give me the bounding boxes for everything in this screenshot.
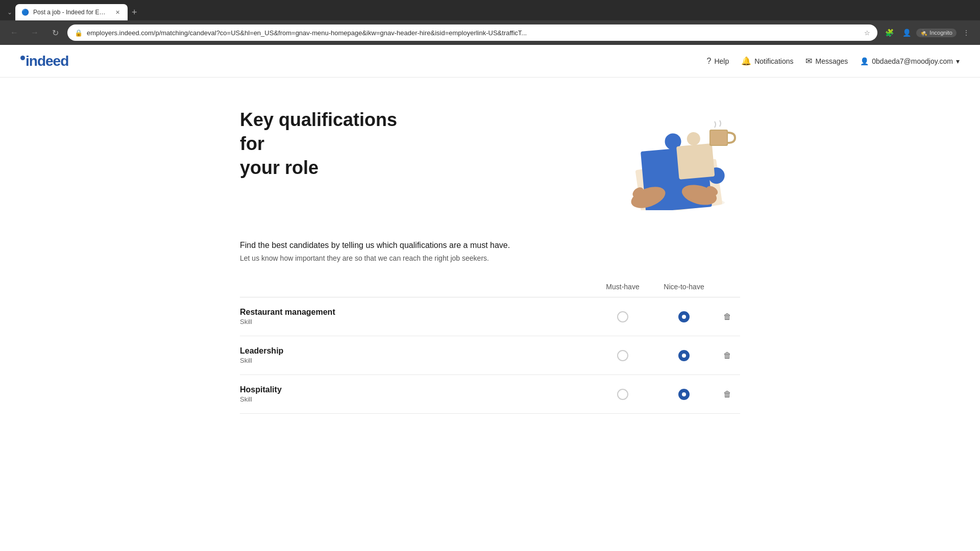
incognito-icon: 🕵️ <box>920 30 927 36</box>
forward-button[interactable]: → <box>27 24 43 41</box>
svg-rect-7 <box>676 143 715 180</box>
notifications-label: Notifications <box>754 57 793 65</box>
sub-description: Let us know how important they are so th… <box>240 254 740 262</box>
hero-text: Key qualifications for your role <box>240 108 413 180</box>
mail-icon: ✉ <box>805 56 812 66</box>
profile-icon[interactable]: 👤 <box>899 25 914 40</box>
lock-icon: 🔒 <box>75 29 83 37</box>
bookmark-icon: ☆ <box>864 29 870 37</box>
svg-point-8 <box>687 132 701 146</box>
nice-to-have-radio-col-hospitality <box>653 389 715 400</box>
refresh-button[interactable]: ↻ <box>47 24 63 41</box>
must-have-radio-col-hospitality <box>592 389 653 400</box>
nice-to-have-radio-hospitality[interactable] <box>678 389 690 400</box>
chevron-down-icon: ▾ <box>956 57 960 65</box>
page-title: Key qualifications for your role <box>240 108 413 180</box>
browser-tab-active[interactable]: 🔵 Post a job - Indeed for Employ... ✕ <box>15 4 128 20</box>
qual-info-leadership: Leadership Skill <box>240 346 592 364</box>
extension-icon[interactable]: 🧩 <box>881 25 897 40</box>
menu-button[interactable]: ⋮ <box>959 25 974 40</box>
qual-name: Hospitality <box>240 385 592 394</box>
back-button[interactable]: ← <box>6 24 22 41</box>
svg-rect-5 <box>671 146 676 151</box>
main-description: Find the best candidates by telling us w… <box>240 241 740 250</box>
site-header: indeed ? Help 🔔 Notifications ✉ Messages… <box>0 45 980 78</box>
nice-to-have-radio-col <box>653 311 715 322</box>
delete-button-hospitality[interactable]: 🗑 <box>721 388 733 401</box>
tab-arrow-left[interactable]: ⌄ <box>4 7 15 18</box>
qual-name: Restaurant management <box>240 308 592 317</box>
browser-tab-bar: ⌄ 🔵 Post a job - Indeed for Employ... ✕ … <box>0 0 980 20</box>
new-tab-button[interactable]: + <box>128 5 141 20</box>
browser-toolbar: ← → ↻ 🔒 employers.indeed.com/p/matching/… <box>0 20 980 45</box>
tab-favicon: 🔵 <box>21 9 29 16</box>
user-email: 0bdaeda7@moodjoy.com <box>872 57 953 65</box>
nice-to-have-radio-restaurant[interactable] <box>678 311 690 322</box>
must-have-radio-col <box>592 311 653 322</box>
title-line2: your role <box>240 157 318 178</box>
header-nice-to-have: Nice-to-have <box>653 283 715 291</box>
qualifications-section: Must-have Nice-to-have Restaurant manage… <box>240 283 740 414</box>
help-label: Help <box>714 57 729 65</box>
page: indeed ? Help 🔔 Notifications ✉ Messages… <box>0 45 980 551</box>
delete-button-leadership[interactable]: 🗑 <box>721 349 733 362</box>
main-content: Key qualifications for your role <box>219 78 761 444</box>
delete-button-restaurant[interactable]: 🗑 <box>721 310 733 323</box>
description-section: Find the best candidates by telling us w… <box>240 241 740 262</box>
incognito-badge: 🕵️ Incognito <box>916 29 957 37</box>
notifications-link[interactable]: 🔔 Notifications <box>741 56 793 66</box>
browser-chrome: ⌄ 🔵 Post a job - Indeed for Employ... ✕ … <box>0 0 980 45</box>
must-have-radio-col-leadership <box>592 350 653 361</box>
must-have-radio-leadership[interactable] <box>617 350 628 361</box>
svg-rect-10 <box>710 131 727 145</box>
main-nav: ? Help 🔔 Notifications ✉ Messages 👤 0bda… <box>707 56 960 66</box>
must-have-radio-hospitality[interactable] <box>617 389 628 400</box>
tab-title: Post a job - Indeed for Employ... <box>33 9 109 16</box>
header-must-have: Must-have <box>592 283 653 291</box>
messages-label: Messages <box>815 57 848 65</box>
tab-close-button[interactable]: ✕ <box>113 8 121 16</box>
qual-info-hospitality: Hospitality Skill <box>240 385 592 403</box>
qual-type: Skill <box>240 395 592 403</box>
qual-name: Leadership <box>240 346 592 356</box>
hero-section: Key qualifications for your role <box>240 108 740 210</box>
table-row: Hospitality Skill 🗑 <box>240 375 740 414</box>
user-menu[interactable]: 👤 0bdaeda7@moodjoy.com ▾ <box>860 57 960 65</box>
logo-text: indeed <box>26 53 68 69</box>
qualifications-header: Must-have Nice-to-have <box>240 283 740 297</box>
qual-info-restaurant: Restaurant management Skill <box>240 308 592 325</box>
must-have-radio-restaurant[interactable] <box>617 311 628 322</box>
address-bar[interactable]: 🔒 employers.indeed.com/p/matching/candev… <box>67 24 877 41</box>
toolbar-icons: 🧩 👤 🕵️ Incognito ⋮ <box>881 25 974 40</box>
nice-to-have-radio-leadership[interactable] <box>678 350 690 361</box>
table-row: Restaurant management Skill 🗑 <box>240 297 740 336</box>
incognito-label: Incognito <box>929 30 952 36</box>
qual-type: Skill <box>240 357 592 364</box>
delete-col-hospitality: 🗑 <box>715 388 740 401</box>
indeed-logo[interactable]: indeed <box>20 53 68 69</box>
user-icon: 👤 <box>860 57 869 65</box>
puzzle-illustration <box>597 108 740 210</box>
delete-col: 🗑 <box>715 310 740 323</box>
url-text: employers.indeed.com/p/matching/candeval… <box>87 29 860 37</box>
bell-icon: 🔔 <box>741 56 751 66</box>
table-row: Leadership Skill 🗑 <box>240 336 740 375</box>
help-link[interactable]: ? Help <box>707 57 729 66</box>
title-line1: Key qualifications for <box>240 109 397 154</box>
messages-link[interactable]: ✉ Messages <box>805 56 848 66</box>
logo-dot-icon <box>20 56 25 60</box>
delete-col-leadership: 🗑 <box>715 349 740 362</box>
nice-to-have-radio-col-leadership <box>653 350 715 361</box>
help-icon: ? <box>707 57 712 66</box>
qual-type: Skill <box>240 318 592 325</box>
